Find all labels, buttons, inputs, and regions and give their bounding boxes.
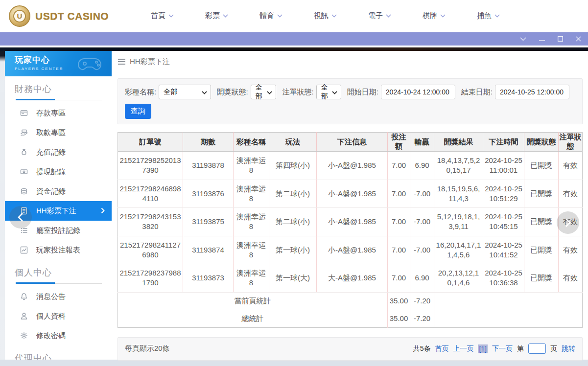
nav-item-1[interactable]: 首頁 [135, 11, 189, 21]
sidebar-item-label: 廳室投註記錄 [36, 226, 80, 235]
window-dropdown-icon[interactable] [520, 37, 526, 41]
table-cell: 2152172982520137390 [118, 152, 183, 180]
gear-icon [20, 331, 28, 340]
order-status-select-value: 全部 [321, 83, 328, 101]
nav-item-label: 視訊 [314, 11, 329, 21]
table-cell: 已開獎 [524, 180, 559, 208]
sidebar-section-title[interactable]: 個人中心 [15, 267, 102, 278]
summary-label: 當前頁統計 [118, 292, 388, 310]
sidebar-item-label: 提現記錄 [36, 167, 66, 177]
col-header: 注單狀態 [559, 133, 583, 152]
table-cell: 澳洲幸运8 [234, 152, 269, 180]
jump-link[interactable]: 跳转 [562, 344, 575, 353]
sidebar-item-玩家投注報表[interactable]: 玩家投注報表 [5, 240, 112, 260]
table-cell: 已開獎 [524, 208, 559, 236]
background-banner [0, 47, 588, 51]
minimize-icon[interactable] [539, 37, 545, 42]
first-page-link[interactable]: 首页 [435, 344, 448, 353]
sidebar-item-充值記錄[interactable]: 充值記錄 [5, 142, 112, 162]
sidebar-item-label: 玩家投注報表 [36, 246, 80, 255]
nav-item-2[interactable]: 彩票 [189, 11, 244, 21]
table-cell: 7.00 [388, 236, 410, 264]
table-cell: 有效 [559, 152, 583, 180]
withdraw-record-icon [20, 167, 28, 176]
chevron-down-icon [440, 14, 446, 18]
lottery-select[interactable]: 全部 [159, 85, 211, 99]
nav-item-label: 電子 [368, 11, 383, 21]
col-header: 下注時間 [483, 133, 524, 152]
collapse-left-button[interactable] [9, 206, 32, 229]
current-page[interactable]: [1] [478, 344, 488, 353]
table-cell: 小-A盤@1.985 [317, 152, 388, 180]
close-icon[interactable] [576, 36, 581, 42]
sidebar-item-label: HH彩票下注 [36, 206, 76, 216]
sidebar-section-title[interactable]: 財務中心 [15, 83, 102, 95]
table-cell: 2152172982379881790 [118, 264, 183, 293]
draw-status-select-value: 全部 [256, 83, 263, 101]
start-date-input[interactable] [381, 85, 455, 99]
sidebar-item-取款專區[interactable]: 取款專區 [5, 123, 112, 142]
sidebar-item-修改密碼[interactable]: 修改密碼 [5, 326, 112, 345]
table-cell: 2152172982431533820 [118, 208, 183, 236]
table-cell: 18,15,19,5,6,11,4,3 [434, 180, 483, 208]
table-cell: 6.90 [410, 152, 434, 180]
table-cell: 小-A盤@1.985 [317, 236, 388, 264]
table-cell: 小-A盤@1.985 [317, 180, 388, 208]
sidebar-header: 玩家中心 PLAYERS CENTER [5, 51, 112, 76]
sidebar-section-3: 代理中心 [5, 345, 112, 360]
brand-emblem-icon: U [9, 5, 30, 27]
expand-right-button[interactable] [557, 211, 579, 234]
table-cell: 已開獎 [524, 236, 559, 264]
order-status-select[interactable]: 全部 [316, 85, 341, 99]
sidebar-item-label: 取款專區 [36, 128, 66, 137]
next-page-link[interactable]: 下一页 [492, 344, 513, 353]
table-cell: 31193874 [183, 236, 234, 264]
user-icon [20, 312, 28, 320]
table-cell: 7.00 [388, 208, 410, 236]
sidebar-item-個人資料[interactable]: 個人資料 [5, 306, 112, 326]
table-cell: -7.00 [410, 208, 434, 236]
breadcrumb: HH彩票下注 [112, 51, 588, 72]
jump-prefix: 第 [517, 344, 524, 353]
sidebar-item-存款專區[interactable]: 存款專區 [5, 103, 112, 123]
bell-icon [20, 292, 28, 301]
summary-empty [434, 292, 583, 310]
table-row: 215217298243153382031193875澳洲幸运8第二球(小)小-… [118, 208, 583, 236]
page-title: HH彩票下注 [130, 57, 170, 67]
sidebar-item-消息公告[interactable]: 消息公告 [5, 287, 112, 306]
col-header: 開獎狀態 [524, 133, 559, 152]
nav-item-3[interactable]: 體育 [244, 11, 298, 21]
chevron-down-icon [168, 14, 174, 18]
prev-page-link[interactable]: 上一页 [453, 344, 473, 353]
table-body: 215217298252013739031193878澳洲幸运8第四球(小)小-… [118, 152, 583, 293]
sidebar-section-title[interactable]: 代理中心 [15, 352, 102, 360]
summary-bet-total: 35.00 [388, 310, 410, 327]
nav-item-5[interactable]: 電子 [353, 11, 407, 21]
grand-summary-row: 總統計 35.00 -7.20 [118, 310, 583, 327]
maximize-icon[interactable] [558, 36, 563, 42]
nav-item-7[interactable]: 捕魚 [461, 11, 516, 21]
end-date-input[interactable] [495, 85, 569, 99]
col-header: 玩法 [269, 133, 317, 152]
brand-emblem-letter: U [13, 10, 26, 23]
draw-status-select[interactable]: 全部 [251, 85, 277, 99]
deposit-card-icon [20, 109, 28, 117]
query-button[interactable]: 查詢 [125, 104, 151, 119]
chevron-right-icon [101, 207, 105, 216]
hamburger-icon[interactable] [118, 59, 125, 65]
section-underline [16, 282, 102, 284]
brand-logo: U USDT CASINO [9, 5, 121, 27]
sidebar-item-label: 消息公告 [36, 292, 66, 301]
table-cell: 澳洲幸运8 [234, 264, 269, 293]
table-cell: 小-A盤@1.985 [317, 208, 388, 236]
sidebar-item-資金記錄[interactable]: 資金記錄 [5, 182, 112, 201]
nav-item-6[interactable]: 棋牌 [407, 11, 461, 21]
table-cell: 第一球(大) [269, 264, 317, 293]
main-nav: 首頁彩票體育視訊電子棋牌捕魚 [135, 11, 516, 21]
sidebar-item-提現記錄[interactable]: 提現記錄 [5, 162, 112, 182]
sidebar: 玩家中心 PLAYERS CENTER 財務中心存款專區取款專區充值記錄提現記錄… [5, 51, 112, 360]
sidebar-item-label: 充值記錄 [36, 148, 66, 157]
table-cell: 2024-10-25 10:36:38 [483, 264, 524, 293]
jump-page-input[interactable] [528, 343, 546, 354]
nav-item-4[interactable]: 視訊 [298, 11, 353, 21]
